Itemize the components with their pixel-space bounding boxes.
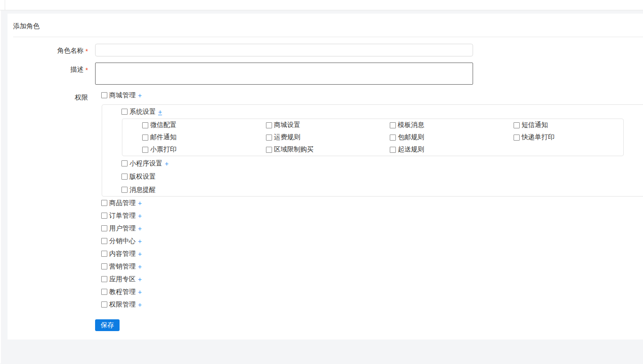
- perm-label: 营销管理: [109, 262, 136, 271]
- perm-checkbox[interactable]: [142, 147, 148, 153]
- perm-item: 包邮规则: [390, 131, 514, 143]
- perm-item-tutorial-management: 教程管理 +: [101, 288, 643, 295]
- perm-item: 小票打印: [142, 143, 266, 156]
- perm-item-marketing-management: 营销管理 +: [101, 263, 643, 270]
- perm-item-app-zone: 应用专区 +: [101, 276, 643, 283]
- perm-item-content-management: 内容管理 +: [101, 250, 643, 257]
- perm-checkbox[interactable]: [101, 213, 107, 219]
- expand-toggle-link[interactable]: +: [165, 160, 169, 167]
- perm-item-copyright-settings: 版权设置: [121, 173, 643, 180]
- perm-label: 订单管理: [109, 212, 136, 220]
- description-label: 描述 *: [8, 63, 95, 74]
- perm-item: 短信通知: [514, 119, 623, 131]
- expand-toggle-link[interactable]: +: [138, 276, 142, 283]
- topbar-divider: [5, 0, 5, 10]
- expand-toggle-link[interactable]: +: [138, 199, 142, 207]
- perm-checkbox[interactable]: [121, 174, 128, 180]
- role-name-row: 角色名称 *: [8, 44, 643, 56]
- expand-toggle-link[interactable]: +: [138, 212, 142, 220]
- add-role-form: 角色名称 * 描述 * 权限: [8, 37, 643, 331]
- expand-toggle-link[interactable]: +: [138, 92, 142, 99]
- perm-checkbox[interactable]: [101, 301, 107, 308]
- perm-label: 快递单打印: [522, 133, 555, 142]
- perm-label: 包邮规则: [398, 133, 424, 142]
- perm-checkbox[interactable]: [121, 109, 128, 115]
- perm-item-message-reminder: 消息提醒: [121, 186, 643, 193]
- permission-tree: 商城管理 + 系统设置 +: [95, 91, 643, 331]
- perm-label: 小票打印: [150, 145, 177, 154]
- system-settings-children-box: 微信配置 商城设置 模板消息: [122, 119, 624, 156]
- perm-item: 模板消息: [390, 119, 514, 131]
- card-header: 添加角色: [8, 14, 643, 37]
- perm-item: 快递单打印: [514, 131, 623, 143]
- perm-label: 起送规则: [398, 145, 424, 154]
- perm-label: 消息提醒: [129, 186, 156, 194]
- perm-checkbox[interactable]: [121, 160, 128, 166]
- perm-item: 区域限制购买: [266, 143, 390, 156]
- perm-item-distribution-center: 分销中心 +: [101, 237, 643, 245]
- perm-label: 邮件通知: [150, 133, 177, 142]
- expand-toggle-link[interactable]: +: [138, 225, 142, 232]
- mall-children-box: 系统设置 + 微信配置 商城设置: [102, 104, 643, 197]
- expand-toggle-link[interactable]: +: [138, 263, 142, 270]
- description-textarea[interactable]: [95, 63, 473, 85]
- add-role-card: 添加角色 角色名称 * 描述 *: [8, 14, 643, 340]
- perm-item-goods-management: 商品管理 +: [101, 199, 643, 206]
- perm-label: 小程序设置: [129, 159, 162, 168]
- perm-checkbox[interactable]: [101, 92, 107, 98]
- expand-toggle-link[interactable]: +: [138, 301, 142, 309]
- perm-checkbox[interactable]: [266, 147, 272, 153]
- perm-label: 运费规则: [274, 133, 300, 142]
- perm-label: 系统设置: [129, 108, 156, 116]
- perm-label: 应用专区: [109, 275, 136, 284]
- expand-toggle-link[interactable]: +: [138, 250, 142, 258]
- perm-checkbox[interactable]: [266, 135, 272, 141]
- perm-label: 微信配置: [150, 121, 177, 129]
- perm-item: 邮件通知: [142, 131, 266, 143]
- perm-checkbox[interactable]: [101, 263, 107, 269]
- perm-label: 分销中心: [109, 237, 136, 245]
- perm-checkbox[interactable]: [142, 135, 148, 141]
- perm-label: 内容管理: [109, 250, 136, 258]
- perm-label: 商品管理: [109, 199, 136, 207]
- description-row: 描述 *: [8, 63, 643, 85]
- page-title: 添加角色: [13, 22, 40, 30]
- perm-item-user-management: 用户管理 +: [101, 225, 643, 232]
- perm-checkbox[interactable]: [142, 122, 148, 128]
- perm-item: 运费规则: [266, 131, 390, 143]
- role-name-label: 角色名称 *: [8, 44, 95, 55]
- perm-checkbox[interactable]: [101, 251, 107, 257]
- perm-item: 微信配置: [142, 119, 266, 131]
- perm-checkbox[interactable]: [514, 135, 520, 141]
- perm-item-permission-management: 权限管理 +: [101, 301, 643, 308]
- perm-label: 版权设置: [129, 173, 156, 181]
- perm-item: 商城设置: [266, 119, 390, 131]
- perm-checkbox[interactable]: [266, 122, 272, 128]
- perm-label: 商城管理: [109, 91, 136, 100]
- page-background: 添加角色 角色名称 * 描述 *: [0, 10, 643, 364]
- perm-checkbox[interactable]: [390, 135, 396, 141]
- perm-checkbox[interactable]: [121, 187, 128, 193]
- perm-item-system-settings: 系统设置 +: [121, 108, 643, 115]
- perm-checkbox[interactable]: [390, 122, 396, 128]
- topbar: [0, 0, 643, 10]
- perm-checkbox[interactable]: [514, 122, 520, 128]
- required-asterisk: *: [86, 47, 88, 55]
- perm-label: 商城设置: [274, 121, 300, 129]
- perm-item: 起送规则: [390, 143, 514, 156]
- perm-label: 区域限制购买: [274, 145, 313, 154]
- perm-checkbox[interactable]: [390, 147, 396, 153]
- permissions-row: 权限 商城管理 + 系统设置 +: [8, 91, 643, 331]
- expand-toggle-link[interactable]: +: [138, 288, 142, 296]
- save-button[interactable]: 保存: [95, 319, 120, 331]
- perm-item-miniprogram-settings: 小程序设置 +: [121, 160, 643, 167]
- role-name-input[interactable]: [95, 44, 473, 56]
- perm-checkbox[interactable]: [101, 238, 107, 244]
- perm-checkbox[interactable]: [101, 276, 107, 282]
- perm-label: 用户管理: [109, 224, 136, 233]
- perm-checkbox[interactable]: [101, 289, 107, 295]
- collapse-toggle-link[interactable]: +: [158, 108, 162, 116]
- perm-checkbox[interactable]: [101, 225, 107, 231]
- expand-toggle-link[interactable]: +: [138, 237, 142, 245]
- perm-checkbox[interactable]: [101, 200, 107, 206]
